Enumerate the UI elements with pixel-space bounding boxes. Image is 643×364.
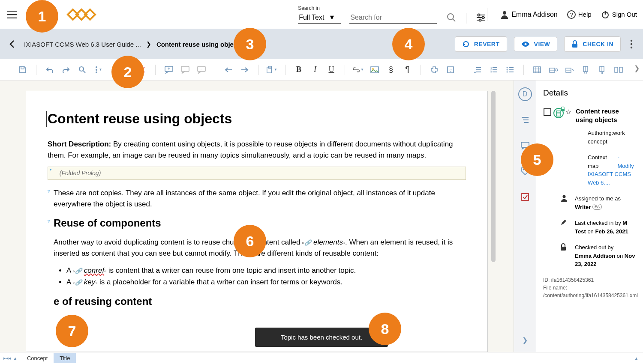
insert-row-icon[interactable] [548, 64, 559, 75]
page-title[interactable]: Content reuse using objects [46, 111, 466, 127]
paragraph[interactable]: These are not copies. They are all insta… [48, 188, 466, 209]
folded-prolog[interactable]: (Folded Prolog) [48, 167, 466, 180]
sign-out-button[interactable]: Sign Out [601, 10, 637, 19]
redo-icon[interactable] [60, 64, 72, 75]
check-in-button[interactable]: CHECK IN [564, 36, 621, 52]
bold-button[interactable]: B [293, 64, 304, 75]
search-in-dropdown[interactable]: Search in Full Text ▼ [298, 5, 341, 24]
scrollbar[interactable] [491, 91, 496, 262]
annotation-4: 4 [392, 28, 425, 60]
toolbar-overflow-icon[interactable]: ❯ [634, 64, 640, 72]
undo-icon[interactable] [44, 64, 55, 75]
section-heading-cut[interactable]: e of reusing content [48, 295, 466, 307]
svg-point-5 [479, 19, 481, 21]
svg-text:c: c [450, 68, 452, 72]
search-in-doc-icon[interactable] [77, 64, 88, 75]
short-description[interactable]: Short Description: By creating content u… [48, 139, 466, 161]
view-button[interactable]: VIEW [514, 37, 558, 51]
svg-point-6 [503, 11, 506, 15]
plugin-icon[interactable] [429, 64, 440, 75]
app-header: Search in Full Text ▼ Emma Addison ? Hel… [0, 0, 643, 29]
svg-point-35 [507, 69, 508, 70]
section-icon[interactable]: § [385, 64, 397, 75]
breadcrumb-title[interactable]: Title [54, 353, 76, 363]
checkbox-icon[interactable] [543, 108, 552, 118]
svg-point-13 [631, 43, 632, 45]
svg-rect-15 [21, 67, 24, 69]
list-item[interactable]: A ▹🔗 conref◃ is content that a writer ca… [66, 265, 466, 276]
status-bar: ▸◂◂ ▲ Concept Title ▲ [0, 352, 643, 364]
pilcrow-icon[interactable]: ¶ [402, 64, 413, 75]
code-block-icon[interactable]: c [445, 64, 456, 75]
lock-icon [571, 40, 578, 48]
table-icon[interactable] [532, 64, 543, 75]
tab-details[interactable]: D [518, 87, 532, 101]
svg-point-17 [96, 66, 97, 68]
editor-toolbar: ▼ + − ▼ B I U ▼ § ¶ c 123 ❯ [0, 59, 643, 81]
insert-col-icon[interactable] [580, 64, 592, 75]
unordered-list-icon[interactable] [505, 64, 516, 75]
svg-point-12 [631, 40, 632, 42]
collapse-panel-icon[interactable]: ❯ [518, 333, 532, 347]
settings-sliders-icon[interactable] [475, 12, 487, 24]
delete-row-icon[interactable] [564, 64, 575, 75]
modify-link[interactable]: - Modify [617, 153, 636, 170]
more-dropdown-icon[interactable]: ▼ [93, 64, 104, 75]
breadcrumb-toggle-icon[interactable]: ▸◂◂ [3, 355, 11, 361]
breadcrumb-concept[interactable]: Concept [21, 353, 54, 363]
svg-point-18 [96, 69, 97, 71]
tab-outline[interactable] [518, 113, 532, 127]
user-chip[interactable]: Emma Addison [500, 10, 558, 19]
svg-rect-44 [615, 67, 618, 72]
lock-icon [560, 243, 566, 251]
power-icon [601, 10, 610, 19]
more-actions-button[interactable] [628, 37, 635, 51]
svg-point-4 [482, 17, 484, 19]
help-button[interactable]: ? Help [567, 10, 592, 19]
svg-point-3 [478, 14, 480, 16]
underline-button[interactable]: U [326, 64, 337, 75]
search-in-value: Full Text [299, 14, 324, 21]
svg-rect-37 [534, 67, 541, 73]
ordered-list-arrow-icon[interactable] [472, 64, 483, 75]
context-map-value[interactable]: IXIASOFT CCMS Web 6.... [588, 170, 636, 187]
svg-point-16 [79, 67, 84, 71]
revert-button[interactable]: REVERT [455, 36, 507, 52]
svg-text:−: − [200, 67, 202, 71]
star-icon[interactable]: ☆ [565, 108, 571, 118]
ordered-list-icon[interactable]: 123 [488, 64, 499, 75]
svg-text:+: + [168, 66, 170, 71]
paste-icon[interactable]: ▼ [266, 64, 277, 75]
breadcrumb-bar: IXIASOFT CCMS Web 6.3 User Guide ... ❯ C… [0, 29, 643, 59]
bullet-list[interactable]: A ▹🔗 conref◃ is content that a writer ca… [48, 265, 466, 288]
merge-cells-icon[interactable] [613, 64, 624, 75]
edit-comment-icon[interactable] [180, 64, 191, 75]
document-page[interactable]: Content reuse using objects Short Descri… [26, 91, 488, 352]
add-comment-icon[interactable]: + [163, 64, 174, 75]
expand-up-icon[interactable]: ▲ [13, 356, 18, 361]
list-item[interactable]: A ▹🔗 key◃ is a placeholder for a variabl… [66, 276, 466, 288]
svg-rect-45 [619, 67, 622, 72]
link-icon[interactable]: ▼ [353, 64, 364, 75]
nav-next-icon[interactable] [239, 64, 250, 75]
svg-point-39 [555, 69, 558, 71]
search-input[interactable] [349, 12, 437, 24]
details-doc-title: Content reuse using objects [576, 107, 636, 124]
annotation-7: 7 [56, 315, 88, 347]
hamburger-icon[interactable] [6, 9, 18, 21]
image-icon[interactable] [369, 64, 380, 75]
breadcrumb-root[interactable]: IXIASOFT CCMS Web 6.3 User Guide ... [24, 41, 141, 48]
save-icon[interactable] [17, 64, 28, 75]
delete-comment-icon[interactable]: − [196, 64, 207, 75]
back-button[interactable] [8, 39, 17, 49]
search-icon[interactable] [445, 12, 457, 24]
tab-validate[interactable] [518, 190, 532, 204]
annotation-5: 5 [521, 143, 553, 176]
expand-panel-icon[interactable]: ▲ [634, 356, 643, 361]
delete-col-icon[interactable] [597, 64, 608, 75]
details-status: Authoring:work [588, 129, 636, 137]
nav-prev-icon[interactable] [223, 64, 234, 75]
italic-button[interactable]: I [309, 64, 321, 75]
svg-point-34 [507, 67, 508, 68]
annotation-8: 8 [369, 313, 401, 345]
